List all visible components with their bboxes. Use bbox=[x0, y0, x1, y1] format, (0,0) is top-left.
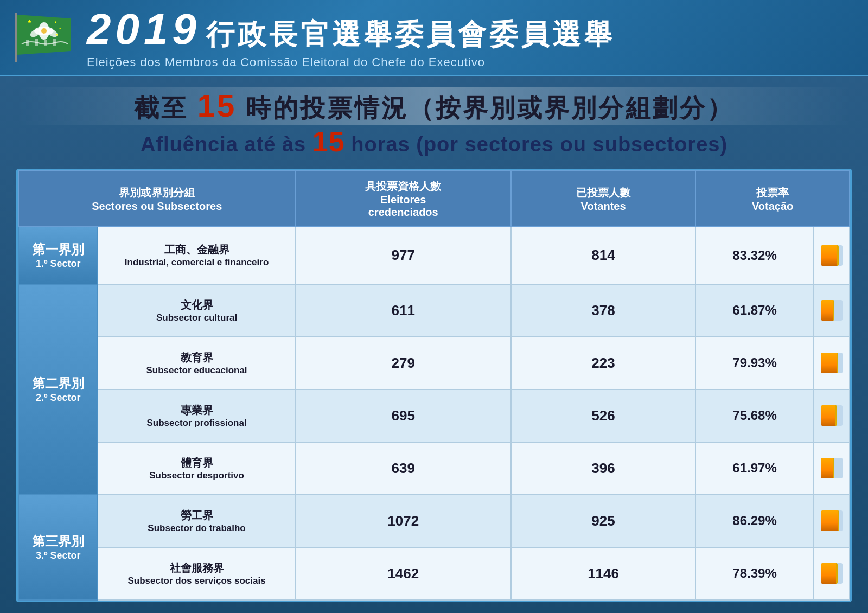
td-subsector: 專業界Subsector profissional bbox=[98, 389, 295, 442]
td-sector-2: 第二界別2.º Sector bbox=[18, 284, 98, 495]
th-sector: 界別或界別分組 Sectores ou Subsectores bbox=[18, 171, 296, 227]
data-table: 界別或界別分組 Sectores ou Subsectores 具投票資格人數 … bbox=[16, 169, 852, 602]
td-sector-3: 第三界別3.º Sector bbox=[18, 495, 98, 600]
svg-rect-13 bbox=[44, 40, 47, 46]
td-bar bbox=[814, 442, 850, 495]
svg-rect-11 bbox=[26, 40, 29, 46]
bar-inner bbox=[821, 563, 838, 584]
td-voters: 396 bbox=[511, 442, 695, 495]
td-bar bbox=[814, 495, 850, 547]
td-bar bbox=[814, 227, 850, 284]
td-voters: 814 bbox=[511, 227, 695, 284]
td-percentage: 61.87% bbox=[695, 284, 814, 337]
bar-outer bbox=[821, 245, 843, 266]
td-voters: 925 bbox=[511, 495, 695, 547]
td-subsector: 文化界Subsector cultural bbox=[98, 284, 295, 337]
td-voters: 378 bbox=[511, 284, 695, 337]
title-chinese: 截至 15 時的投票情況（按界別或界別分組劃分） bbox=[16, 87, 852, 125]
table-row: 專業界Subsector profissional69552675.68% bbox=[18, 389, 850, 442]
th-sector-cn: 界別或界別分組 bbox=[119, 187, 195, 199]
table-row: 第二界別2.º Sector文化界Subsector cultural61137… bbox=[18, 284, 850, 337]
bar-inner bbox=[821, 405, 837, 426]
table-row: 教育界Subsector educacional27922379.93% bbox=[18, 337, 850, 389]
td-subsector: 體育界Subsector desportivo bbox=[98, 442, 295, 495]
header-year: 2019 bbox=[87, 5, 201, 53]
td-bar bbox=[814, 547, 850, 600]
th-sector-pt: Sectores ou Subsectores bbox=[92, 200, 222, 212]
td-percentage: 78.39% bbox=[695, 547, 814, 600]
bar-outer bbox=[821, 300, 843, 321]
td-voters: 223 bbox=[511, 337, 695, 389]
svg-rect-0 bbox=[15, 13, 17, 62]
th-voters-cn: 已投票人數 bbox=[576, 187, 630, 199]
td-subsector: 工商、金融界Industrial, comercial e financeiro bbox=[98, 227, 295, 284]
svg-rect-12 bbox=[35, 39, 38, 46]
th-voters-pt: Votantes bbox=[581, 200, 626, 212]
table-row: 第三界別3.º Sector勞工界Subsector do trabalho10… bbox=[18, 495, 850, 547]
title-time-cn: 15 bbox=[197, 88, 237, 123]
bar-outer bbox=[821, 405, 843, 426]
td-subsector: 教育界Subsector educacional bbox=[98, 337, 295, 389]
td-electors: 1072 bbox=[296, 495, 511, 547]
th-electors-pt2: credenciados bbox=[368, 206, 438, 218]
td-bar bbox=[814, 284, 850, 337]
th-electors-pt1: Eleitores bbox=[380, 194, 426, 206]
th-pct-pt: Votação bbox=[752, 200, 793, 212]
th-pct-cn: 投票率 bbox=[756, 187, 789, 199]
bar-inner bbox=[821, 245, 839, 266]
table-row: 第一界別1.º Sector工商、金融界Industrial, comercia… bbox=[18, 227, 850, 284]
table-row: 社會服務界Subsector dos serviços sociais14621… bbox=[18, 547, 850, 600]
td-bar bbox=[814, 337, 850, 389]
header: ★ ★ ★ ★ 2019 行政長官選舉委員會委員選舉 Eleições dos … bbox=[0, 0, 868, 76]
title-chinese-before: 截至 bbox=[134, 94, 188, 122]
td-electors: 611 bbox=[296, 284, 511, 337]
header-title: 2019 行政長官選舉委員會委員選舉 Eleições dos Membros … bbox=[87, 5, 857, 69]
td-sector-1: 第一界別1.º Sector bbox=[18, 227, 98, 284]
svg-text:★: ★ bbox=[59, 27, 61, 30]
td-electors: 1462 bbox=[296, 547, 511, 600]
th-voters: 已投票人數 Votantes bbox=[511, 171, 695, 227]
page-wrapper: ★ ★ ★ ★ 2019 行政長官選舉委員會委員選舉 Eleições dos … bbox=[0, 0, 868, 613]
td-voters: 1146 bbox=[511, 547, 695, 600]
svg-point-6 bbox=[41, 28, 47, 34]
bar-inner bbox=[821, 353, 838, 373]
bar-inner bbox=[821, 458, 834, 478]
td-percentage: 79.93% bbox=[695, 337, 814, 389]
header-subtitle-portuguese: Eleições dos Membros da Comissão Eleitor… bbox=[87, 55, 857, 69]
header-chinese: 行政長官選舉委員會委員選舉 bbox=[206, 19, 615, 50]
title-portuguese-after: horas (por sectores ou subsectores) bbox=[351, 133, 727, 156]
title-section: 截至 15 時的投票情況（按界別或界別分組劃分） Afluência até à… bbox=[16, 87, 852, 158]
td-electors: 279 bbox=[296, 337, 511, 389]
bar-outer bbox=[821, 353, 843, 373]
td-percentage: 75.68% bbox=[695, 389, 814, 442]
th-electors-cn: 具投票資格人數 bbox=[365, 180, 441, 192]
svg-text:★: ★ bbox=[54, 21, 57, 24]
title-portuguese: Afluência até às 15 horas (por sectores … bbox=[16, 125, 852, 158]
td-percentage: 61.97% bbox=[695, 442, 814, 495]
bar-inner bbox=[821, 510, 840, 531]
td-percentage: 83.32% bbox=[695, 227, 814, 284]
title-time-pt: 15 bbox=[312, 126, 345, 157]
svg-text:★: ★ bbox=[55, 33, 58, 36]
title-chinese-after: 時的投票情況（按界別或界別分組劃分） bbox=[246, 94, 734, 122]
svg-rect-14 bbox=[53, 39, 56, 46]
svg-text:★: ★ bbox=[27, 18, 32, 24]
logo: ★ ★ ★ ★ bbox=[11, 10, 76, 65]
th-percentage: 投票率 Votação bbox=[695, 171, 850, 227]
table-row: 體育界Subsector desportivo63939661.97% bbox=[18, 442, 850, 495]
main-content: 截至 15 時的投票情況（按界別或界別分組劃分） Afluência até à… bbox=[0, 76, 868, 613]
td-electors: 695 bbox=[296, 389, 511, 442]
td-subsector: 勞工界Subsector do trabalho bbox=[98, 495, 295, 547]
title-portuguese-before: Afluência até às bbox=[141, 133, 306, 156]
td-subsector: 社會服務界Subsector dos serviços sociais bbox=[98, 547, 295, 600]
bar-outer bbox=[821, 510, 843, 531]
bar-inner bbox=[821, 300, 834, 321]
td-electors: 977 bbox=[296, 227, 511, 284]
td-percentage: 86.29% bbox=[695, 495, 814, 547]
td-bar bbox=[814, 389, 850, 442]
td-voters: 526 bbox=[511, 389, 695, 442]
td-electors: 639 bbox=[296, 442, 511, 495]
header-title-main: 2019 行政長官選舉委員會委員選舉 bbox=[87, 5, 857, 53]
bar-outer bbox=[821, 563, 843, 584]
th-electors: 具投票資格人數 Eleitores credenciados bbox=[296, 171, 511, 227]
